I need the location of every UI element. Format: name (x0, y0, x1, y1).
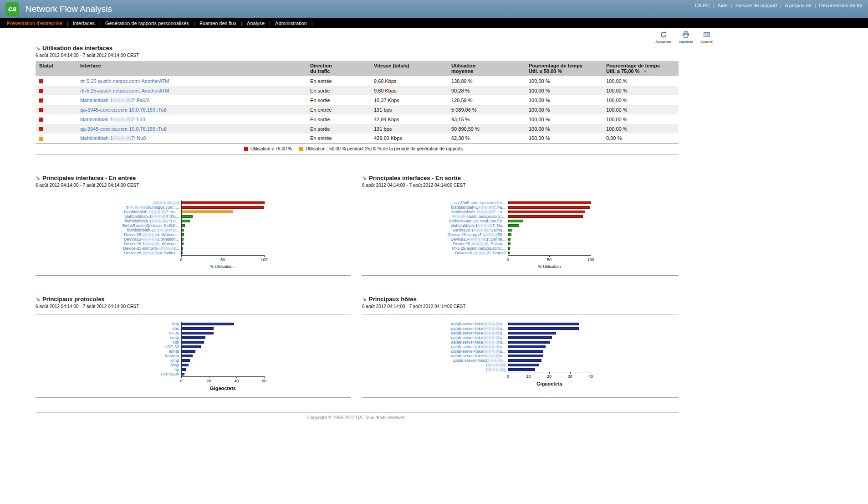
chart-category-label[interactable]: ftp (36, 367, 181, 372)
chart-category-label[interactable]: qalab-server-fake10.0.5.25s... (362, 322, 508, 326)
top-link[interactable]: A propos de (785, 3, 812, 8)
chart-category-label[interactable]: Device-23-snmpv3-10.0.5.23... (36, 246, 181, 251)
chart-bar-row: Device-23-snmpv3 10.0.5.253... (362, 232, 679, 237)
nav-item-1[interactable]: Interfaces (73, 21, 95, 26)
chart-category-label[interactable]: BethsRouter.QA.local::Se0/3/... (362, 219, 508, 223)
top-link[interactable]: Aide (718, 3, 728, 8)
chart-category-label[interactable]: Device28-10.0.5.24::Watson... (36, 232, 181, 237)
chart-category-label[interactable]: Device28-10.0.5.254::Salina... (36, 251, 181, 255)
interface-link[interactable]: rtr-5.25-austin.netqos.com::AnotherATM (80, 78, 169, 84)
section-collapse-icon[interactable]: ↘ (362, 296, 367, 302)
chart-category-label[interactable]: Device25-10.0.5.21::Watson... (36, 237, 181, 242)
axis-tick-mark (591, 372, 591, 374)
interface-link[interactable]: blahblahblah-10.0.5.257::Nu0 (80, 135, 146, 141)
nav-item-4[interactable]: Analyse (247, 21, 265, 26)
chart-category-label[interactable]: Device28-10.0.5.25::Salina... (362, 228, 508, 232)
avg-utilization-cell-value: 93,15 % (451, 117, 470, 122)
chart-category-label[interactable]: ldap (36, 363, 181, 367)
interface-link[interactable]: blahblahblah-10.0.5.257::Lo0 (80, 117, 145, 122)
chart-bar (182, 359, 190, 362)
top-link[interactable]: CA PC (695, 3, 710, 8)
nav-item-2[interactable]: Génération de rapports personnalisés (105, 21, 189, 26)
chart-category-label[interactable]: blahblahblah-10.0.5.257::Nu... (36, 210, 181, 214)
chart-category-label[interactable]: rtr-5.25-austin.netqos.com::... (362, 246, 508, 251)
chart-category-label[interactable]: blahblahblah-10.0.5.257::Fa... (362, 205, 508, 210)
chart-category-label[interactable]: qalab-server-fake10.0.5.25s... (362, 326, 508, 331)
chart-category-label[interactable]: qalab-server-fake10.0.5.25s... (362, 340, 508, 345)
chart-category-label[interactable]: qalab-server-fake10.0.5.25s... (362, 349, 508, 354)
top-link[interactable]: Déconnexion de fra (819, 3, 863, 8)
chart-category-label[interactable]: (10.0.5.25) (362, 363, 508, 367)
chart-category-label[interactable]: qalab-server-fake10.0.5.25s... (362, 354, 508, 358)
chart-category-label[interactable]: Device26-10.0.5.20::Soquel (362, 251, 508, 255)
column-header[interactable]: Interface (77, 61, 306, 76)
chart-category-label[interactable]: icmp (36, 358, 181, 363)
refresh-button[interactable]: Actualiser (655, 31, 671, 44)
chart-category-label[interactable]: IP-36 (36, 331, 181, 335)
chart-bar-row: qalab-server-fake10.0.5.25s... (362, 340, 679, 345)
chart-category-label[interactable]: qalab-server-fake10.0.5.25s... (362, 335, 508, 340)
chart-category-label[interactable]: blahblahblah-10.0.5.257::Nu... (362, 223, 508, 228)
chart-bar (508, 211, 585, 213)
chart-category-label[interactable]: telnet (36, 349, 181, 354)
chart-category-label[interactable]: dns (36, 326, 181, 331)
chart-category-label[interactable]: (10.0.5.25-17) (36, 201, 181, 205)
column-header[interactable]: Directiondu trafic (306, 61, 370, 76)
text-segment: Device26-1 (124, 242, 145, 246)
chart-category-label[interactable]: qalab-server-fake10.0.5.25s... (362, 345, 508, 349)
chart-category-label[interactable]: rdp (36, 340, 181, 345)
text-segment: 7::Nu... (492, 223, 505, 228)
chart-category-label[interactable]: BethsRouter.QA.local::Se0/3/... (36, 223, 181, 228)
email-button[interactable]: Courriel (700, 31, 713, 44)
chart-bar-row: blahblahblah-10.0.5.257::Fa... (362, 205, 679, 210)
chart-category-label[interactable]: qalab-server-fake10.0.5.25... (362, 358, 508, 363)
section-collapse-icon[interactable]: ↘ (36, 175, 40, 180)
column-header[interactable]: Vitesse (bits/s) (370, 61, 448, 76)
x-axis-title: Gigaoctets (508, 381, 591, 386)
chart-category-label[interactable]: TCP-3500 (36, 372, 181, 376)
chart-category-label[interactable]: rtr-5.25-austin.netqos.com::... (36, 205, 181, 210)
chart-category-label[interactable]: http (36, 322, 181, 326)
column-header[interactable]: Pourcentage de tempsUtil. ≥ 75,00 %▼ (602, 61, 679, 76)
chart-category-label[interactable]: Device-23-snmpv3 10.0.5.253... (362, 232, 508, 237)
chart-category-label[interactable]: qa-3945-core.ca.com 10.0... (362, 201, 508, 205)
section-collapse-icon[interactable]: ↘ (36, 296, 40, 302)
chart-bar (508, 355, 543, 357)
interface-link[interactable]: qa-3945-core.ca.com 10.0.76.159::Tu8 (80, 107, 167, 113)
chart-category-label[interactable]: blahblahblah-10.0.5.257::Lo... (36, 219, 181, 223)
chart-category-label[interactable]: smtp (36, 335, 181, 340)
text-segment: s... (500, 345, 505, 349)
chart-category-label[interactable]: qalab-server-fake10.0.5.25s... (362, 331, 508, 335)
chart-bar-row: blahblahblah-10.0.5.257::Lo... (362, 210, 679, 214)
chart-category-label[interactable]: Device25-10.0.5.251::Salina... (362, 237, 508, 242)
chart-category-label[interactable]: rtr-5.25-austin.netqos.com::... (362, 214, 508, 219)
interface-link[interactable]: blahblahblah-10.0.5.257::Fa0/0 (80, 98, 149, 103)
chart-category-label[interactable]: Device26-10.0.5.25::Salina... (362, 242, 508, 246)
chart-bar-cell (508, 349, 591, 354)
section-collapse-icon[interactable]: ↘ (36, 46, 40, 51)
nav-item-5[interactable]: Administration (275, 21, 307, 26)
chart-category-label[interactable]: ftp-data (36, 354, 181, 358)
column-header[interactable]: Statut (36, 61, 77, 76)
top-link[interactable]: Service de support (735, 3, 777, 8)
interface-link[interactable]: rtr-5.25-austin.netqos.com::AnotherATM (80, 88, 169, 93)
chart-category-label[interactable]: Device26-10.0.5.25::Watson... (36, 242, 181, 246)
print-button[interactable]: Imprimer (679, 31, 693, 44)
nav-item-0[interactable]: Présentation d'entreprise (7, 21, 62, 26)
column-header[interactable]: Pourcentage de tempsUtil. ≥ 50,00 % (525, 61, 602, 76)
chart-category-label[interactable]: blahblahblah-10.0.5.257::0... (36, 228, 181, 232)
chart-category-label[interactable]: (10.0.5.25) (362, 367, 508, 372)
text-segment: qalab-server-fake (451, 322, 483, 326)
interface-link[interactable]: qa-3945-core.ca.com 10.0.76.159::Tu8 (80, 126, 167, 132)
chart-category-label[interactable]: blahblahblah-10.0.5.257::Fa... (36, 214, 181, 219)
speed-cell-value: 429,60 Kbps (374, 135, 402, 141)
chart-bar-row: rtr-5.25-austin.netqos.com::... (362, 246, 679, 251)
column-header[interactable]: Utilisationmoyenne (448, 61, 525, 76)
section-collapse-icon[interactable]: ↘ (362, 175, 367, 180)
nav-item-3[interactable]: Examen des flux (199, 21, 236, 26)
chart-category-label[interactable]: blahblahblah-10.0.5.257::Lo... (362, 210, 508, 214)
chart-bar (182, 350, 195, 353)
chart-category-label[interactable]: UDP-30 (36, 345, 181, 349)
main-content: ↘ Utilisation des interfaces 6 août 2012… (36, 45, 679, 398)
sort-desc-icon[interactable]: ▼ (643, 69, 647, 74)
